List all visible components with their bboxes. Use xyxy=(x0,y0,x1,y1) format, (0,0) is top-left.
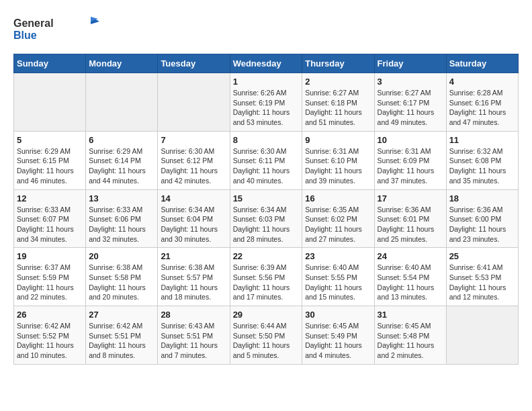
calendar-cell: 25Sunrise: 6:41 AM Sunset: 5:53 PM Dayli… xyxy=(446,248,518,306)
weekday-header-thursday: Thursday xyxy=(302,54,374,73)
calendar-cell: 28Sunrise: 6:43 AM Sunset: 5:51 PM Dayli… xyxy=(158,306,230,365)
weekday-header-saturday: Saturday xyxy=(446,54,518,73)
logo: General Blue xyxy=(13,13,101,47)
svg-text:General: General xyxy=(13,17,54,29)
calendar-cell xyxy=(14,73,86,132)
calendar-cell: 21Sunrise: 6:38 AM Sunset: 5:57 PM Dayli… xyxy=(158,248,230,306)
day-info: Sunrise: 6:29 AM Sunset: 6:15 PM Dayligh… xyxy=(17,146,83,186)
day-number: 6 xyxy=(89,135,154,145)
day-info: Sunrise: 6:42 AM Sunset: 5:52 PM Dayligh… xyxy=(17,321,83,361)
day-info: Sunrise: 6:33 AM Sunset: 6:06 PM Dayligh… xyxy=(89,205,154,244)
day-number: 29 xyxy=(233,310,300,320)
weekday-header-sunday: Sunday xyxy=(14,54,86,73)
calendar-cell: 8Sunrise: 6:30 AM Sunset: 6:11 PM Daylig… xyxy=(230,131,302,189)
calendar-cell: 14Sunrise: 6:34 AM Sunset: 6:04 PM Dayli… xyxy=(158,189,230,248)
day-number: 4 xyxy=(449,77,515,87)
day-number: 31 xyxy=(378,310,443,320)
day-number: 19 xyxy=(17,251,83,261)
day-info: Sunrise: 6:36 AM Sunset: 6:01 PM Dayligh… xyxy=(378,205,443,244)
calendar-cell: 12Sunrise: 6:33 AM Sunset: 6:07 PM Dayli… xyxy=(14,189,86,248)
calendar-cell: 7Sunrise: 6:30 AM Sunset: 6:12 PM Daylig… xyxy=(158,131,230,189)
calendar-cell: 16Sunrise: 6:35 AM Sunset: 6:02 PM Dayli… xyxy=(302,189,374,248)
weekday-header-wednesday: Wednesday xyxy=(230,54,302,73)
day-number: 7 xyxy=(161,135,226,145)
day-number: 22 xyxy=(233,251,300,261)
calendar-cell: 10Sunrise: 6:31 AM Sunset: 6:09 PM Dayli… xyxy=(374,131,446,189)
weekday-header-monday: Monday xyxy=(86,54,158,73)
calendar-cell: 13Sunrise: 6:33 AM Sunset: 6:06 PM Dayli… xyxy=(86,189,158,248)
day-number: 21 xyxy=(161,251,226,261)
calendar-cell: 18Sunrise: 6:36 AM Sunset: 6:00 PM Dayli… xyxy=(446,189,518,248)
day-number: 24 xyxy=(378,251,443,261)
day-number: 28 xyxy=(161,310,226,320)
calendar-week-3: 12Sunrise: 6:33 AM Sunset: 6:07 PM Dayli… xyxy=(14,189,519,248)
day-number: 9 xyxy=(305,135,371,145)
day-number: 2 xyxy=(305,77,371,87)
day-number: 8 xyxy=(233,135,300,145)
day-info: Sunrise: 6:42 AM Sunset: 5:51 PM Dayligh… xyxy=(89,321,154,361)
day-number: 20 xyxy=(89,251,154,261)
calendar-cell: 2Sunrise: 6:27 AM Sunset: 6:18 PM Daylig… xyxy=(302,73,374,132)
calendar-table: SundayMondayTuesdayWednesdayThursdayFrid… xyxy=(13,54,519,365)
day-info: Sunrise: 6:27 AM Sunset: 6:17 PM Dayligh… xyxy=(378,88,443,128)
logo-svg: General Blue xyxy=(13,13,101,47)
day-info: Sunrise: 6:43 AM Sunset: 5:51 PM Dayligh… xyxy=(161,321,226,361)
calendar-cell: 5Sunrise: 6:29 AM Sunset: 6:15 PM Daylig… xyxy=(14,131,86,189)
calendar-week-2: 5Sunrise: 6:29 AM Sunset: 6:15 PM Daylig… xyxy=(14,131,519,189)
day-number: 26 xyxy=(17,310,83,320)
day-info: Sunrise: 6:44 AM Sunset: 5:50 PM Dayligh… xyxy=(233,321,300,361)
day-number: 13 xyxy=(89,193,154,203)
day-number: 11 xyxy=(449,135,515,145)
calendar-cell: 17Sunrise: 6:36 AM Sunset: 6:01 PM Dayli… xyxy=(374,189,446,248)
calendar-cell xyxy=(158,73,230,132)
calendar-cell: 19Sunrise: 6:37 AM Sunset: 5:59 PM Dayli… xyxy=(14,248,86,306)
day-info: Sunrise: 6:38 AM Sunset: 5:57 PM Dayligh… xyxy=(161,263,226,302)
calendar-cell: 30Sunrise: 6:45 AM Sunset: 5:49 PM Dayli… xyxy=(302,306,374,365)
calendar-week-4: 19Sunrise: 6:37 AM Sunset: 5:59 PM Dayli… xyxy=(14,248,519,306)
day-number: 15 xyxy=(233,193,300,203)
calendar-cell: 23Sunrise: 6:40 AM Sunset: 5:55 PM Dayli… xyxy=(302,248,374,306)
day-number: 30 xyxy=(305,310,371,320)
day-info: Sunrise: 6:30 AM Sunset: 6:12 PM Dayligh… xyxy=(161,146,226,186)
weekday-header-tuesday: Tuesday xyxy=(158,54,230,73)
day-number: 16 xyxy=(305,193,371,203)
calendar-cell: 11Sunrise: 6:32 AM Sunset: 6:08 PM Dayli… xyxy=(446,131,518,189)
day-info: Sunrise: 6:45 AM Sunset: 5:49 PM Dayligh… xyxy=(305,321,371,361)
day-info: Sunrise: 6:35 AM Sunset: 6:02 PM Dayligh… xyxy=(305,205,371,244)
day-info: Sunrise: 6:30 AM Sunset: 6:11 PM Dayligh… xyxy=(233,146,300,186)
day-number: 5 xyxy=(17,135,83,145)
day-number: 12 xyxy=(17,193,83,203)
calendar-cell xyxy=(86,73,158,132)
day-number: 23 xyxy=(305,251,371,261)
day-number: 27 xyxy=(89,310,154,320)
day-info: Sunrise: 6:41 AM Sunset: 5:53 PM Dayligh… xyxy=(449,263,515,302)
calendar-cell: 22Sunrise: 6:39 AM Sunset: 5:56 PM Dayli… xyxy=(230,248,302,306)
calendar-cell: 24Sunrise: 6:40 AM Sunset: 5:54 PM Dayli… xyxy=(374,248,446,306)
day-info: Sunrise: 6:34 AM Sunset: 6:03 PM Dayligh… xyxy=(233,205,300,244)
day-info: Sunrise: 6:26 AM Sunset: 6:19 PM Dayligh… xyxy=(233,88,300,128)
day-number: 25 xyxy=(449,251,515,261)
calendar-cell: 4Sunrise: 6:28 AM Sunset: 6:16 PM Daylig… xyxy=(446,73,518,132)
day-info: Sunrise: 6:39 AM Sunset: 5:56 PM Dayligh… xyxy=(233,263,300,302)
day-info: Sunrise: 6:27 AM Sunset: 6:18 PM Dayligh… xyxy=(305,88,371,128)
day-info: Sunrise: 6:33 AM Sunset: 6:07 PM Dayligh… xyxy=(17,205,83,244)
day-info: Sunrise: 6:31 AM Sunset: 6:09 PM Dayligh… xyxy=(378,146,443,186)
calendar-cell: 20Sunrise: 6:38 AM Sunset: 5:58 PM Dayli… xyxy=(86,248,158,306)
calendar-cell: 9Sunrise: 6:31 AM Sunset: 6:10 PM Daylig… xyxy=(302,131,374,189)
day-number: 1 xyxy=(233,77,300,87)
calendar-cell: 6Sunrise: 6:29 AM Sunset: 6:14 PM Daylig… xyxy=(86,131,158,189)
day-info: Sunrise: 6:45 AM Sunset: 5:48 PM Dayligh… xyxy=(378,321,443,361)
day-number: 18 xyxy=(449,193,515,203)
calendar-week-1: 1Sunrise: 6:26 AM Sunset: 6:19 PM Daylig… xyxy=(14,73,519,132)
day-info: Sunrise: 6:34 AM Sunset: 6:04 PM Dayligh… xyxy=(161,205,226,244)
weekday-header-friday: Friday xyxy=(374,54,446,73)
svg-text:Blue: Blue xyxy=(13,30,37,41)
calendar-week-5: 26Sunrise: 6:42 AM Sunset: 5:52 PM Dayli… xyxy=(14,306,519,365)
day-number: 10 xyxy=(378,135,443,145)
page-header: General Blue xyxy=(13,13,519,47)
day-number: 17 xyxy=(378,193,443,203)
calendar-cell xyxy=(446,306,518,365)
calendar-cell: 3Sunrise: 6:27 AM Sunset: 6:17 PM Daylig… xyxy=(374,73,446,132)
day-number: 3 xyxy=(378,77,443,87)
day-info: Sunrise: 6:36 AM Sunset: 6:00 PM Dayligh… xyxy=(449,205,515,244)
